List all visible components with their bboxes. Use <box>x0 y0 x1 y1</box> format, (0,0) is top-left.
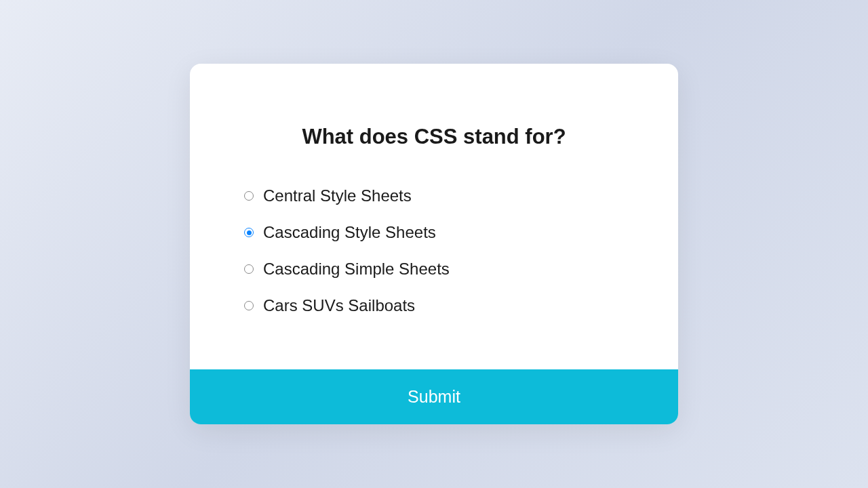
radio-icon[interactable] <box>244 301 254 310</box>
option-a[interactable]: Central Style Sheets <box>244 186 624 205</box>
question-title: What does CSS stand for? <box>244 125 624 149</box>
radio-icon[interactable] <box>244 191 254 201</box>
options-list: Central Style Sheets Cascading Style She… <box>244 186 624 315</box>
option-c[interactable]: Cascading Simple Sheets <box>244 260 624 279</box>
radio-icon[interactable] <box>244 228 254 237</box>
submit-button[interactable]: Submit <box>190 369 678 424</box>
quiz-card: What does CSS stand for? Central Style S… <box>190 64 678 424</box>
option-b[interactable]: Cascading Style Sheets <box>244 223 624 242</box>
option-label: Cascading Style Sheets <box>263 223 436 242</box>
option-label: Cascading Simple Sheets <box>263 260 450 279</box>
option-d[interactable]: Cars SUVs Sailboats <box>244 296 624 315</box>
option-label: Cars SUVs Sailboats <box>263 296 415 315</box>
quiz-body: What does CSS stand for? Central Style S… <box>190 64 678 369</box>
radio-icon[interactable] <box>244 264 254 274</box>
option-label: Central Style Sheets <box>263 186 412 205</box>
